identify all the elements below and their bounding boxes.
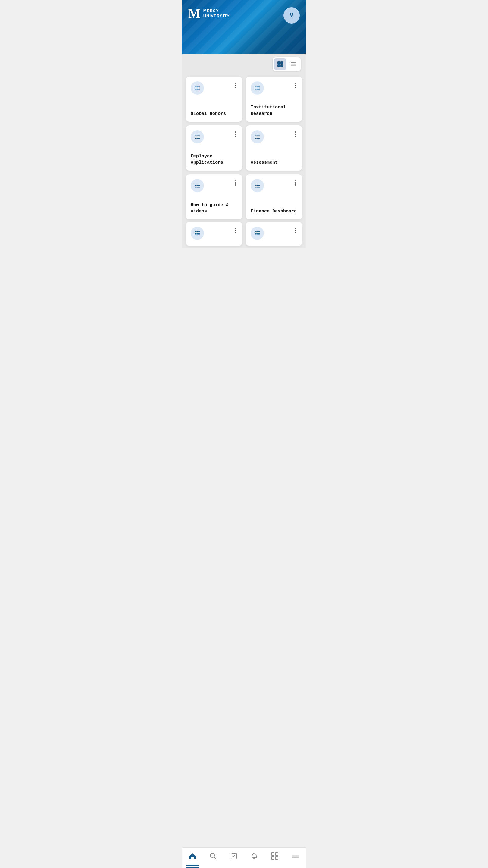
card-icon bbox=[191, 227, 204, 240]
svg-rect-53 bbox=[255, 235, 256, 236]
card-menu-button[interactable] bbox=[294, 179, 297, 187]
svg-rect-49 bbox=[255, 231, 256, 232]
svg-rect-25 bbox=[255, 135, 256, 135]
svg-rect-10 bbox=[196, 88, 200, 88]
card-header bbox=[191, 82, 237, 95]
svg-rect-37 bbox=[255, 184, 256, 184]
card-icon bbox=[191, 82, 204, 95]
logo-letter: M bbox=[188, 7, 200, 20]
svg-rect-42 bbox=[256, 187, 260, 188]
svg-rect-45 bbox=[195, 233, 196, 234]
svg-rect-20 bbox=[196, 135, 200, 135]
svg-rect-34 bbox=[196, 185, 200, 186]
svg-rect-2 bbox=[278, 64, 280, 67]
card-menu-button[interactable] bbox=[234, 82, 237, 89]
card-title: Employee Applications bbox=[191, 153, 237, 166]
svg-rect-18 bbox=[256, 90, 260, 90]
svg-rect-8 bbox=[196, 86, 200, 87]
card-icon bbox=[251, 227, 264, 240]
card-title: Assessment bbox=[251, 159, 297, 166]
university-name: MERCY UNIVERSITY bbox=[203, 8, 230, 19]
svg-rect-36 bbox=[196, 187, 200, 188]
card-title: Institutional Research bbox=[251, 104, 297, 117]
card-header bbox=[251, 227, 297, 240]
svg-rect-1 bbox=[281, 61, 283, 64]
avatar[interactable]: V bbox=[284, 7, 300, 24]
card-header bbox=[251, 130, 297, 144]
card-employee-applications[interactable]: Employee Applications bbox=[186, 125, 242, 170]
svg-rect-31 bbox=[195, 184, 196, 184]
card-title: How to guide & videos bbox=[191, 202, 237, 215]
svg-rect-0 bbox=[278, 61, 280, 64]
card-icon bbox=[251, 130, 264, 144]
app-header: M MERCY UNIVERSITY V bbox=[182, 0, 306, 54]
svg-rect-29 bbox=[255, 138, 256, 139]
view-toggle-container bbox=[182, 54, 306, 74]
card-header bbox=[251, 179, 297, 192]
svg-rect-12 bbox=[196, 90, 200, 90]
svg-rect-27 bbox=[255, 136, 256, 137]
svg-rect-47 bbox=[195, 235, 196, 236]
svg-rect-43 bbox=[195, 231, 196, 232]
svg-rect-14 bbox=[256, 86, 260, 87]
card-finance-dashboard[interactable]: Finance Dashboard bbox=[246, 174, 302, 219]
logo-area: M MERCY UNIVERSITY bbox=[188, 7, 230, 20]
card-global-honors[interactable]: Global Honors bbox=[186, 76, 242, 122]
card-icon bbox=[191, 179, 204, 192]
svg-rect-17 bbox=[255, 90, 256, 90]
svg-rect-46 bbox=[196, 233, 200, 234]
card-header bbox=[191, 227, 237, 240]
svg-rect-22 bbox=[196, 136, 200, 137]
cards-grid: Global Honors Institutional Research bbox=[182, 74, 306, 222]
card-title: Global Honors bbox=[191, 111, 237, 117]
card-partial-left[interactable] bbox=[186, 222, 242, 246]
card-header bbox=[191, 179, 237, 192]
svg-rect-38 bbox=[256, 184, 260, 184]
svg-rect-9 bbox=[195, 88, 196, 88]
card-assessment[interactable]: Assessment bbox=[246, 125, 302, 170]
svg-rect-52 bbox=[256, 233, 260, 234]
card-menu-button[interactable] bbox=[294, 82, 297, 89]
grid-view-button[interactable] bbox=[274, 59, 287, 70]
view-toggle bbox=[272, 57, 301, 71]
card-menu-button[interactable] bbox=[234, 130, 237, 138]
card-how-to-guide[interactable]: How to guide & videos bbox=[186, 174, 242, 219]
svg-rect-5 bbox=[291, 64, 296, 65]
svg-rect-39 bbox=[255, 185, 256, 186]
cards-partial-row bbox=[182, 222, 306, 248]
card-icon bbox=[191, 130, 204, 144]
card-menu-button[interactable] bbox=[294, 130, 297, 138]
list-view-button[interactable] bbox=[287, 59, 300, 70]
card-menu-button[interactable] bbox=[234, 179, 237, 187]
svg-rect-19 bbox=[195, 135, 196, 135]
card-institutional-research[interactable]: Institutional Research bbox=[246, 76, 302, 122]
svg-rect-4 bbox=[291, 62, 296, 63]
svg-rect-3 bbox=[281, 64, 283, 67]
card-partial-right[interactable] bbox=[246, 222, 302, 246]
svg-rect-41 bbox=[255, 187, 256, 188]
card-menu-button[interactable] bbox=[234, 227, 237, 235]
svg-rect-32 bbox=[196, 184, 200, 184]
svg-rect-28 bbox=[256, 136, 260, 137]
svg-rect-7 bbox=[195, 86, 196, 87]
card-icon bbox=[251, 179, 264, 192]
card-header bbox=[251, 82, 297, 95]
svg-rect-33 bbox=[195, 185, 196, 186]
svg-rect-44 bbox=[196, 231, 200, 232]
svg-rect-40 bbox=[256, 185, 260, 186]
svg-rect-26 bbox=[256, 135, 260, 135]
svg-rect-16 bbox=[256, 88, 260, 88]
svg-rect-30 bbox=[256, 138, 260, 139]
svg-rect-50 bbox=[256, 231, 260, 232]
svg-rect-51 bbox=[255, 233, 256, 234]
svg-rect-6 bbox=[291, 66, 296, 67]
card-icon bbox=[251, 82, 264, 95]
svg-rect-54 bbox=[256, 235, 260, 236]
svg-rect-15 bbox=[255, 88, 256, 88]
svg-rect-13 bbox=[255, 86, 256, 87]
svg-rect-21 bbox=[195, 136, 196, 137]
svg-rect-23 bbox=[195, 138, 196, 139]
svg-rect-11 bbox=[195, 90, 196, 90]
card-header bbox=[191, 130, 237, 144]
card-menu-button[interactable] bbox=[294, 227, 297, 235]
